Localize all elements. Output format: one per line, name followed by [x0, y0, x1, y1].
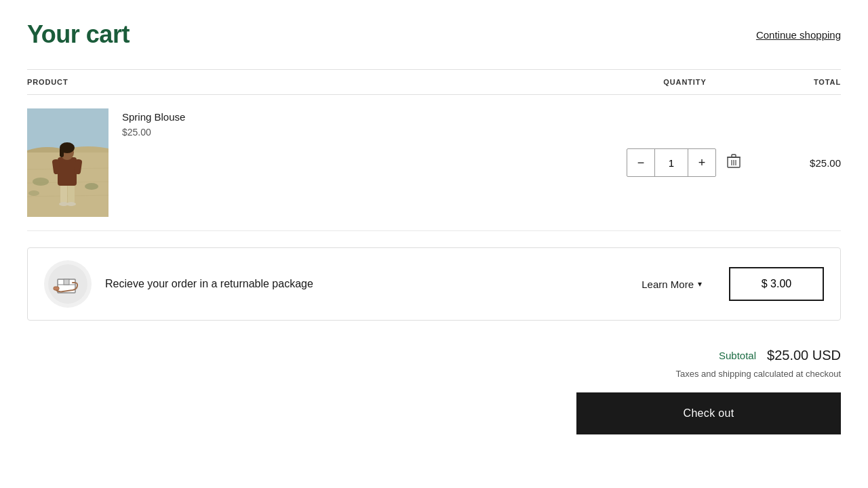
quantity-controls: − +	[610, 148, 760, 177]
returnable-package-banner: Recieve your order in a returnable packa…	[27, 247, 841, 321]
product-name: Spring Blouse	[122, 111, 185, 123]
tax-shipping-note: Taxes and shipping calculated at checkou…	[675, 369, 841, 379]
increase-quantity-button[interactable]: +	[688, 149, 715, 176]
trash-icon	[727, 154, 741, 172]
package-icon	[44, 260, 92, 308]
chevron-down-icon: ▾	[698, 279, 702, 289]
subtotal-value: $25.00 USD	[767, 348, 841, 363]
svg-rect-17	[60, 148, 64, 157]
svg-rect-12	[58, 157, 77, 186]
column-product-label: PRODUCT	[27, 78, 610, 86]
svg-rect-22	[732, 155, 736, 157]
order-summary: Subtotal $25.00 USD Taxes and shipping c…	[27, 337, 841, 434]
learn-more-button[interactable]: Learn More ▾	[642, 279, 702, 290]
svg-rect-10	[60, 183, 67, 203]
continue-shopping-button[interactable]: Continue shopping	[756, 29, 841, 41]
subtotal-label: Subtotal	[719, 350, 756, 361]
table-header: PRODUCT QUANTITY TOTAL	[27, 69, 841, 95]
svg-rect-30	[54, 287, 59, 290]
svg-point-7	[33, 178, 49, 186]
item-total-price: $25.00	[760, 157, 841, 169]
decrease-quantity-button[interactable]: −	[627, 149, 654, 176]
returnable-package-text: Recieve your order in a returnable packa…	[105, 278, 628, 290]
product-image	[27, 108, 108, 217]
svg-rect-11	[68, 183, 75, 203]
svg-point-19	[66, 202, 76, 206]
column-quantity-label: QUANTITY	[610, 78, 760, 86]
subtotal-row: Subtotal $25.00 USD	[719, 348, 841, 363]
svg-rect-29	[64, 279, 69, 285]
quantity-stepper: − +	[627, 148, 716, 177]
cart-item-row: Spring Blouse $25.00 − +	[27, 95, 841, 231]
product-info: Spring Blouse $25.00	[27, 108, 610, 217]
column-total-label: TOTAL	[760, 78, 841, 86]
cart-header: Your cart Continue shopping	[27, 20, 841, 49]
page-title: Your cart	[27, 20, 130, 49]
product-details: Spring Blouse $25.00	[122, 108, 185, 138]
svg-point-9	[28, 190, 39, 196]
product-price: $25.00	[122, 127, 185, 138]
add-package-price-button[interactable]: $ 3.00	[729, 267, 824, 301]
svg-point-8	[85, 183, 98, 190]
learn-more-label: Learn More	[642, 279, 694, 290]
quantity-input[interactable]	[654, 149, 688, 176]
checkout-button[interactable]: Check out	[576, 392, 841, 434]
delete-item-button[interactable]	[724, 151, 743, 175]
